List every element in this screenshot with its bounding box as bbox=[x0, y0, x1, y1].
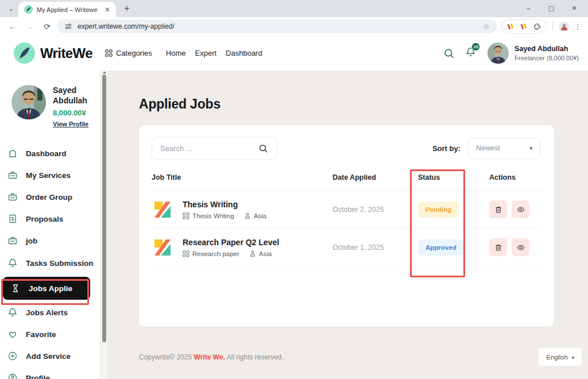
sidebar-item-label: Jobs Alerts bbox=[26, 308, 68, 317]
sidebar-item-label: Dashboard bbox=[26, 149, 67, 158]
writewe-logo[interactable]: WriteWe bbox=[14, 42, 92, 64]
job-category-label: Thesis Writing bbox=[192, 212, 234, 219]
user-circle-icon bbox=[7, 373, 18, 379]
profile-balance: 8,000.00¥ bbox=[53, 109, 95, 117]
region-person-icon bbox=[244, 212, 251, 219]
sidebar-profile-text: Sayed Abdullah 8,000.00¥ View Profile bbox=[53, 85, 95, 129]
url-text[interactable]: expert.writewe.com/my-applied/ bbox=[78, 22, 478, 30]
job-meta: Thesis Writing Asia bbox=[183, 212, 266, 219]
forward-icon[interactable]: → bbox=[23, 22, 37, 31]
notifications-button[interactable]: 19 bbox=[465, 47, 476, 60]
user-photo bbox=[488, 42, 509, 64]
sidebar-item-tasks-submission[interactable]: Tasks Submission bbox=[0, 252, 100, 275]
copyright-suffix: All rights reserved. bbox=[225, 353, 284, 361]
language-selector[interactable]: English ▴ bbox=[538, 347, 582, 366]
tab-close-icon[interactable]: ✕ bbox=[103, 6, 111, 14]
sidebar-item-jobs-applied[interactable]: Jobs Applie bbox=[3, 277, 90, 300]
view-profile-link[interactable]: View Profile bbox=[53, 121, 88, 127]
job-logo bbox=[152, 237, 173, 258]
back-icon[interactable]: ← bbox=[6, 22, 20, 31]
scrollbar-thumb[interactable] bbox=[102, 75, 106, 342]
nav-dashboard[interactable]: Dashboard bbox=[226, 49, 262, 57]
nav-categories[interactable]: Categories bbox=[105, 49, 152, 57]
user-photo bbox=[11, 85, 46, 119]
sidebar-item-label: Favorite bbox=[26, 330, 56, 339]
sidebar-item-dashboard[interactable]: Dashboard bbox=[0, 142, 100, 164]
page-body: Sayed Abdullah 8,000.00¥ View Profile Da… bbox=[0, 71, 588, 379]
delete-button[interactable] bbox=[489, 238, 507, 256]
delete-button[interactable] bbox=[489, 200, 507, 218]
browser-tab[interactable]: My Applied – Writewe Experts ✕ bbox=[18, 2, 116, 17]
job-cell: Thesis Writing Thesis Writing Asia bbox=[152, 199, 332, 221]
avatar[interactable] bbox=[488, 42, 509, 64]
job-region-label: Asia bbox=[259, 250, 272, 257]
home-arch-icon bbox=[7, 148, 18, 158]
browser-window: ⌄ My Applied – Writewe Experts ✕ + – ▢ ✕… bbox=[0, 0, 588, 379]
job-title[interactable]: Thesis Writing bbox=[183, 200, 266, 209]
sidebar-item-proposals[interactable]: Proposals bbox=[0, 208, 100, 230]
job-region: Asia bbox=[244, 212, 266, 219]
browser-menu-icon[interactable]: ⋮ bbox=[573, 22, 582, 31]
categories-grid-icon bbox=[105, 49, 113, 57]
dollar-document-icon bbox=[7, 214, 18, 224]
job-category: Thesis Writing bbox=[183, 212, 234, 219]
footer: Copywrite© 2025 Write We. All rights res… bbox=[108, 339, 588, 379]
tab-search-button[interactable]: ⌄ bbox=[5, 2, 17, 15]
caret-up-icon: ▴ bbox=[572, 354, 574, 359]
avatar[interactable] bbox=[11, 85, 46, 119]
maximize-button[interactable]: ▢ bbox=[540, 5, 563, 12]
sort-group: Sort by: Newest ▾ bbox=[432, 138, 540, 159]
sidebar-item-order-group[interactable]: Order Group bbox=[0, 186, 100, 208]
sort-select[interactable]: Newest ▾ bbox=[468, 138, 540, 159]
job-category-label: Research paper bbox=[192, 250, 239, 257]
applied-jobs-card: Sort by: Newest ▾ Job Title Date Applied… bbox=[139, 125, 554, 327]
job-info: Research Paper Q2 Level Research paper A… bbox=[183, 238, 279, 257]
search-icon[interactable] bbox=[258, 144, 268, 153]
minimize-button[interactable]: – bbox=[517, 5, 540, 11]
sort-label: Sort by: bbox=[432, 144, 461, 153]
brand-name: WriteWe bbox=[40, 45, 92, 61]
extensions-puzzle-icon[interactable] bbox=[533, 22, 541, 31]
table-row: Thesis Writing Thesis Writing Asia bbox=[152, 191, 541, 229]
sidebar-item-label: Profile bbox=[26, 374, 50, 379]
nav-expert[interactable]: Expert bbox=[195, 49, 217, 57]
sidebar-item-profile[interactable]: Profile bbox=[0, 367, 100, 379]
plus-circle-icon bbox=[7, 351, 18, 361]
view-button[interactable] bbox=[512, 200, 529, 218]
job-region: Asia bbox=[249, 250, 272, 257]
extension-icon[interactable] bbox=[506, 22, 514, 30]
search-input[interactable] bbox=[160, 144, 254, 153]
reload-icon[interactable]: ⟳ bbox=[40, 22, 54, 31]
nav-home[interactable]: Home bbox=[166, 49, 186, 57]
divider bbox=[552, 22, 553, 31]
sidebar-item-jobs-alerts[interactable]: Jobs Alerts bbox=[0, 301, 100, 323]
column-header-date-applied: Date Applied bbox=[332, 173, 418, 181]
bell-icon bbox=[7, 258, 18, 268]
bookmark-star-icon[interactable]: ☆ bbox=[483, 22, 490, 31]
actions-cell bbox=[489, 238, 541, 256]
site-header: WriteWe Categories Home Expert Dashboard… bbox=[0, 36, 588, 71]
new-tab-button[interactable]: + bbox=[122, 3, 132, 14]
view-button[interactable] bbox=[512, 238, 529, 256]
search-box[interactable] bbox=[152, 137, 277, 160]
header-user-info: Sayed Abdullah Freelancer (8,000.00¥) bbox=[514, 45, 579, 61]
search-icon[interactable] bbox=[443, 48, 455, 59]
sidebar-item-favorite[interactable]: Favorite bbox=[0, 323, 100, 345]
trash-icon bbox=[494, 206, 502, 214]
sidebar-item-add-service[interactable]: Add Service bbox=[0, 345, 100, 367]
status-badge: Approved bbox=[418, 239, 464, 256]
extension-icon[interactable] bbox=[520, 22, 528, 30]
briefcase-icon bbox=[7, 235, 18, 246]
close-button[interactable]: ✕ bbox=[563, 5, 586, 12]
job-category: Research paper bbox=[183, 250, 239, 257]
scrollbar-up-arrow[interactable] bbox=[103, 71, 106, 74]
scrollbar[interactable] bbox=[100, 71, 108, 379]
site-settings-icon[interactable] bbox=[64, 22, 72, 30]
sidebar-item-job[interactable]: job bbox=[0, 230, 100, 252]
copyright-text: Copywrite© 2025 Write We. All rights res… bbox=[139, 353, 284, 361]
url-bar[interactable]: expert.writewe.com/my-applied/ ☆ bbox=[57, 20, 497, 33]
sidebar-item-my-services[interactable]: My Services bbox=[0, 164, 100, 186]
table-row: Research Paper Q2 Level Research paper A… bbox=[152, 229, 541, 266]
browser-profile-avatar[interactable] bbox=[559, 21, 570, 32]
job-title[interactable]: Research Paper Q2 Level bbox=[183, 238, 279, 247]
